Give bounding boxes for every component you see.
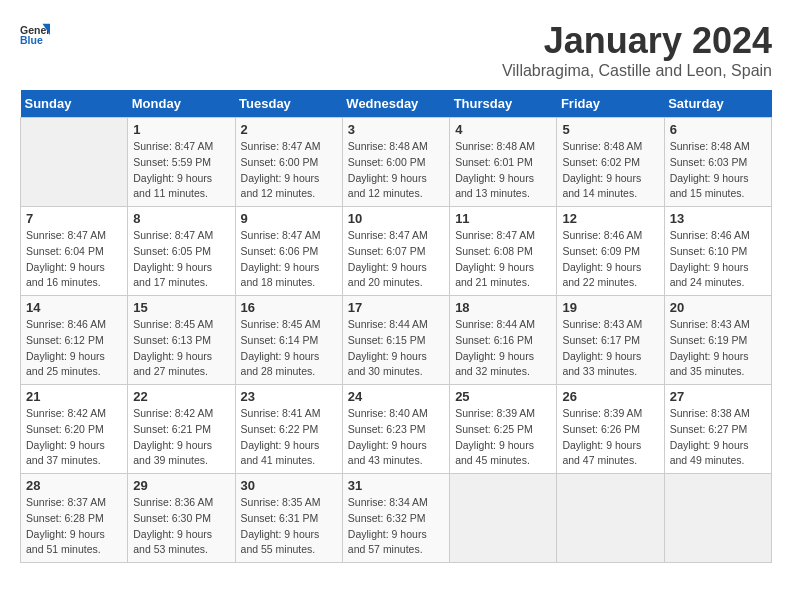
daylight-hours: Daylight: 9 hours and 13 minutes. xyxy=(455,172,534,200)
sunrise-time: Sunrise: 8:46 AM xyxy=(670,229,750,241)
sunrise-time: Sunrise: 8:48 AM xyxy=(348,140,428,152)
day-info: Sunrise: 8:43 AM Sunset: 6:19 PM Dayligh… xyxy=(670,317,766,380)
daylight-hours: Daylight: 9 hours and 51 minutes. xyxy=(26,528,105,556)
daylight-hours: Daylight: 9 hours and 35 minutes. xyxy=(670,350,749,378)
sunrise-time: Sunrise: 8:47 AM xyxy=(241,140,321,152)
calendar-cell: 3 Sunrise: 8:48 AM Sunset: 6:00 PM Dayli… xyxy=(342,118,449,207)
sunset-time: Sunset: 6:09 PM xyxy=(562,245,640,257)
sunset-time: Sunset: 6:27 PM xyxy=(670,423,748,435)
day-info: Sunrise: 8:36 AM Sunset: 6:30 PM Dayligh… xyxy=(133,495,229,558)
sunrise-time: Sunrise: 8:45 AM xyxy=(241,318,321,330)
day-info: Sunrise: 8:47 AM Sunset: 6:08 PM Dayligh… xyxy=(455,228,551,291)
day-number: 3 xyxy=(348,122,444,137)
calendar-cell: 1 Sunrise: 8:47 AM Sunset: 5:59 PM Dayli… xyxy=(128,118,235,207)
daylight-hours: Daylight: 9 hours and 12 minutes. xyxy=(241,172,320,200)
calendar-cell: 19 Sunrise: 8:43 AM Sunset: 6:17 PM Dayl… xyxy=(557,296,664,385)
calendar-cell: 9 Sunrise: 8:47 AM Sunset: 6:06 PM Dayli… xyxy=(235,207,342,296)
daylight-hours: Daylight: 9 hours and 16 minutes. xyxy=(26,261,105,289)
day-number: 18 xyxy=(455,300,551,315)
col-friday: Friday xyxy=(557,90,664,118)
sunrise-time: Sunrise: 8:48 AM xyxy=(562,140,642,152)
sunset-time: Sunset: 6:16 PM xyxy=(455,334,533,346)
day-info: Sunrise: 8:34 AM Sunset: 6:32 PM Dayligh… xyxy=(348,495,444,558)
calendar-week-1: 1 Sunrise: 8:47 AM Sunset: 5:59 PM Dayli… xyxy=(21,118,772,207)
day-info: Sunrise: 8:42 AM Sunset: 6:20 PM Dayligh… xyxy=(26,406,122,469)
sunrise-time: Sunrise: 8:47 AM xyxy=(133,229,213,241)
calendar-cell: 5 Sunrise: 8:48 AM Sunset: 6:02 PM Dayli… xyxy=(557,118,664,207)
sunset-time: Sunset: 6:15 PM xyxy=(348,334,426,346)
sunrise-time: Sunrise: 8:40 AM xyxy=(348,407,428,419)
day-number: 28 xyxy=(26,478,122,493)
sunrise-time: Sunrise: 8:41 AM xyxy=(241,407,321,419)
day-number: 26 xyxy=(562,389,658,404)
calendar-cell: 27 Sunrise: 8:38 AM Sunset: 6:27 PM Dayl… xyxy=(664,385,771,474)
sunset-time: Sunset: 6:02 PM xyxy=(562,156,640,168)
daylight-hours: Daylight: 9 hours and 43 minutes. xyxy=(348,439,427,467)
sunset-time: Sunset: 6:06 PM xyxy=(241,245,319,257)
svg-text:Blue: Blue xyxy=(20,34,43,46)
sunrise-time: Sunrise: 8:47 AM xyxy=(348,229,428,241)
day-number: 14 xyxy=(26,300,122,315)
sunrise-time: Sunrise: 8:47 AM xyxy=(133,140,213,152)
sunset-time: Sunset: 6:01 PM xyxy=(455,156,533,168)
day-number: 7 xyxy=(26,211,122,226)
calendar-cell: 31 Sunrise: 8:34 AM Sunset: 6:32 PM Dayl… xyxy=(342,474,449,563)
daylight-hours: Daylight: 9 hours and 21 minutes. xyxy=(455,261,534,289)
calendar-cell: 2 Sunrise: 8:47 AM Sunset: 6:00 PM Dayli… xyxy=(235,118,342,207)
calendar-cell: 15 Sunrise: 8:45 AM Sunset: 6:13 PM Dayl… xyxy=(128,296,235,385)
calendar-cell: 28 Sunrise: 8:37 AM Sunset: 6:28 PM Dayl… xyxy=(21,474,128,563)
daylight-hours: Daylight: 9 hours and 11 minutes. xyxy=(133,172,212,200)
sunset-time: Sunset: 6:20 PM xyxy=(26,423,104,435)
calendar-cell: 12 Sunrise: 8:46 AM Sunset: 6:09 PM Dayl… xyxy=(557,207,664,296)
sunset-time: Sunset: 6:31 PM xyxy=(241,512,319,524)
calendar-cell xyxy=(450,474,557,563)
daylight-hours: Daylight: 9 hours and 33 minutes. xyxy=(562,350,641,378)
sunrise-time: Sunrise: 8:46 AM xyxy=(562,229,642,241)
daylight-hours: Daylight: 9 hours and 25 minutes. xyxy=(26,350,105,378)
col-wednesday: Wednesday xyxy=(342,90,449,118)
sunset-time: Sunset: 6:10 PM xyxy=(670,245,748,257)
sunrise-time: Sunrise: 8:46 AM xyxy=(26,318,106,330)
calendar-cell: 8 Sunrise: 8:47 AM Sunset: 6:05 PM Dayli… xyxy=(128,207,235,296)
day-info: Sunrise: 8:48 AM Sunset: 6:00 PM Dayligh… xyxy=(348,139,444,202)
day-number: 11 xyxy=(455,211,551,226)
calendar-table: Sunday Monday Tuesday Wednesday Thursday… xyxy=(20,90,772,563)
sunrise-time: Sunrise: 8:47 AM xyxy=(26,229,106,241)
calendar-cell: 4 Sunrise: 8:48 AM Sunset: 6:01 PM Dayli… xyxy=(450,118,557,207)
sunrise-time: Sunrise: 8:44 AM xyxy=(348,318,428,330)
daylight-hours: Daylight: 9 hours and 18 minutes. xyxy=(241,261,320,289)
day-info: Sunrise: 8:38 AM Sunset: 6:27 PM Dayligh… xyxy=(670,406,766,469)
sunset-time: Sunset: 6:05 PM xyxy=(133,245,211,257)
day-info: Sunrise: 8:39 AM Sunset: 6:26 PM Dayligh… xyxy=(562,406,658,469)
calendar-week-3: 14 Sunrise: 8:46 AM Sunset: 6:12 PM Dayl… xyxy=(21,296,772,385)
day-info: Sunrise: 8:35 AM Sunset: 6:31 PM Dayligh… xyxy=(241,495,337,558)
day-number: 13 xyxy=(670,211,766,226)
day-info: Sunrise: 8:48 AM Sunset: 6:03 PM Dayligh… xyxy=(670,139,766,202)
sunset-time: Sunset: 6:30 PM xyxy=(133,512,211,524)
month-title: January 2024 xyxy=(502,20,772,62)
sunset-time: Sunset: 6:03 PM xyxy=(670,156,748,168)
daylight-hours: Daylight: 9 hours and 47 minutes. xyxy=(562,439,641,467)
calendar-cell xyxy=(21,118,128,207)
day-number: 5 xyxy=(562,122,658,137)
daylight-hours: Daylight: 9 hours and 45 minutes. xyxy=(455,439,534,467)
sunrise-time: Sunrise: 8:47 AM xyxy=(455,229,535,241)
sunset-time: Sunset: 6:00 PM xyxy=(348,156,426,168)
sunset-time: Sunset: 6:13 PM xyxy=(133,334,211,346)
day-number: 4 xyxy=(455,122,551,137)
day-info: Sunrise: 8:43 AM Sunset: 6:17 PM Dayligh… xyxy=(562,317,658,380)
calendar-cell: 23 Sunrise: 8:41 AM Sunset: 6:22 PM Dayl… xyxy=(235,385,342,474)
sunset-time: Sunset: 6:21 PM xyxy=(133,423,211,435)
calendar-cell: 18 Sunrise: 8:44 AM Sunset: 6:16 PM Dayl… xyxy=(450,296,557,385)
sunrise-time: Sunrise: 8:36 AM xyxy=(133,496,213,508)
day-number: 9 xyxy=(241,211,337,226)
sunrise-time: Sunrise: 8:43 AM xyxy=(562,318,642,330)
day-info: Sunrise: 8:44 AM Sunset: 6:16 PM Dayligh… xyxy=(455,317,551,380)
sunrise-time: Sunrise: 8:39 AM xyxy=(455,407,535,419)
daylight-hours: Daylight: 9 hours and 57 minutes. xyxy=(348,528,427,556)
col-thursday: Thursday xyxy=(450,90,557,118)
day-number: 1 xyxy=(133,122,229,137)
sunrise-time: Sunrise: 8:42 AM xyxy=(26,407,106,419)
day-number: 17 xyxy=(348,300,444,315)
calendar-cell: 22 Sunrise: 8:42 AM Sunset: 6:21 PM Dayl… xyxy=(128,385,235,474)
